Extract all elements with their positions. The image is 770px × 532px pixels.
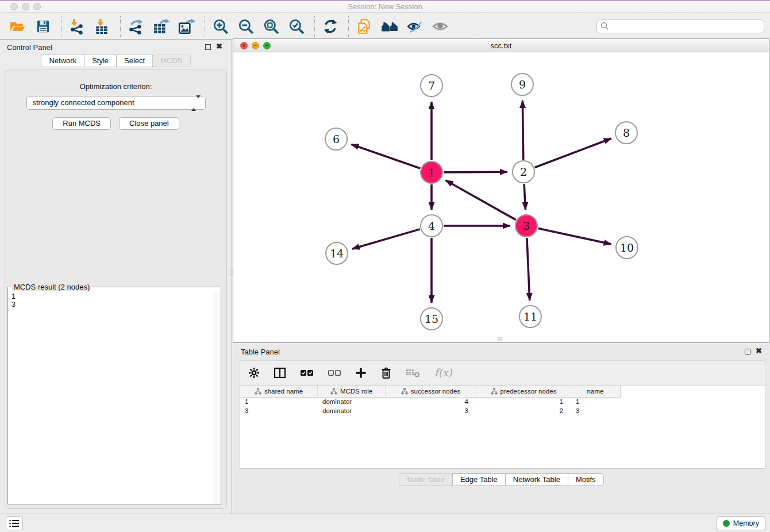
toolbar-separator bbox=[61, 16, 61, 37]
new-network-from-selection-button[interactable] bbox=[355, 17, 374, 36]
select-all-columns-button[interactable] bbox=[300, 369, 314, 377]
graph-node-9[interactable]: 9 bbox=[511, 73, 534, 96]
graph-node-1[interactable]: 1 bbox=[420, 161, 443, 184]
network-view-window: × − + scc.txt 7968124314101511 bbox=[233, 38, 769, 343]
canvas-resize-handle[interactable] bbox=[498, 337, 502, 341]
window-title: Session: New Session bbox=[0, 1, 770, 13]
window-titlebar: Session: New Session bbox=[0, 1, 770, 13]
mcds-result-text[interactable]: 1 3 bbox=[8, 291, 214, 504]
window-close-button[interactable] bbox=[10, 3, 18, 10]
tab-mcds[interactable]: MCDS bbox=[152, 55, 190, 67]
table-panel-close-button[interactable]: ✖ bbox=[756, 346, 762, 356]
graph-node-11[interactable]: 11 bbox=[519, 305, 542, 328]
export-network-icon bbox=[128, 18, 145, 34]
zoom-in-button[interactable] bbox=[211, 17, 230, 36]
delete-table-button[interactable] bbox=[406, 368, 421, 378]
zoom-selected-button[interactable] bbox=[287, 17, 306, 36]
graph-node-14[interactable]: 14 bbox=[325, 242, 348, 265]
add-column-button[interactable] bbox=[355, 367, 367, 379]
graph-node-10[interactable]: 10 bbox=[615, 236, 638, 259]
table-row[interactable]: 3dominator323 bbox=[240, 407, 765, 416]
close-panel-button[interactable]: Close panel bbox=[119, 117, 179, 130]
memory-status-dot bbox=[723, 520, 730, 527]
graph-node-3[interactable]: 3 bbox=[515, 214, 538, 237]
graph-node-7[interactable]: 7 bbox=[420, 74, 443, 97]
graph-edge-1-2[interactable] bbox=[444, 172, 507, 172]
trash-icon bbox=[380, 367, 392, 379]
export-image-button[interactable] bbox=[177, 17, 197, 36]
function-builder-button[interactable]: f(x) bbox=[434, 367, 452, 379]
network-overview-button[interactable] bbox=[380, 17, 399, 36]
table-cell: 3 bbox=[240, 407, 318, 416]
graph-edge-4-14[interactable] bbox=[352, 229, 420, 249]
tab-network[interactable]: Network bbox=[41, 55, 84, 67]
zoom-fit-button[interactable] bbox=[261, 17, 281, 36]
table-cell: 1 bbox=[476, 398, 571, 407]
column-header-MCDS-role[interactable]: MCDS role bbox=[318, 385, 386, 397]
apply-layout-button[interactable] bbox=[321, 17, 340, 36]
table-panel-float-button[interactable] bbox=[745, 349, 750, 354]
import-table-button[interactable] bbox=[93, 17, 112, 36]
optimization-criterion-select[interactable]: strongly connected component bbox=[26, 96, 206, 110]
table-settings-button[interactable] bbox=[248, 367, 260, 379]
tab-select[interactable]: Select bbox=[116, 55, 153, 67]
graph-edge-2-9[interactable] bbox=[522, 101, 523, 160]
save-session-button[interactable] bbox=[33, 17, 53, 36]
tab-node-table[interactable]: Node Table bbox=[399, 473, 453, 486]
tab-network-table[interactable]: Network Table bbox=[505, 473, 568, 486]
hide-graphics-details-button[interactable] bbox=[405, 17, 425, 36]
tab-edge-table[interactable]: Edge Table bbox=[452, 473, 506, 486]
window-minimize-button[interactable] bbox=[22, 3, 29, 10]
show-graphics-details-button[interactable] bbox=[430, 17, 450, 36]
export-table-button[interactable] bbox=[152, 17, 171, 36]
copy-network-icon bbox=[356, 18, 372, 35]
deselect-all-columns-button[interactable] bbox=[328, 369, 341, 377]
open-session-button[interactable] bbox=[8, 17, 28, 36]
graph-edge-2-8[interactable] bbox=[535, 138, 611, 168]
eye-icon bbox=[432, 19, 449, 34]
graph-node-2[interactable]: 2 bbox=[512, 160, 535, 183]
table-panel-tabs: Node TableEdge TableNetwork TableMotifs bbox=[233, 473, 770, 486]
graph-node-8[interactable]: 8 bbox=[615, 121, 638, 144]
select-chevrons-icon bbox=[191, 98, 201, 109]
graph-node-6[interactable]: 6 bbox=[325, 128, 348, 151]
search-input[interactable] bbox=[596, 20, 764, 33]
graph-node-15[interactable]: 15 bbox=[420, 307, 443, 330]
export-network-button[interactable] bbox=[126, 17, 146, 36]
tab-style[interactable]: Style bbox=[84, 55, 117, 67]
graph-node-4[interactable]: 4 bbox=[420, 214, 443, 237]
column-header-shared-name[interactable]: shared name bbox=[240, 385, 318, 397]
control-panel-title: Control Panel bbox=[7, 43, 52, 52]
column-header-name[interactable]: name bbox=[571, 385, 619, 397]
graph-edge-3-11[interactable] bbox=[527, 238, 530, 300]
column-header-successor-nodes[interactable]: successor nodes bbox=[386, 385, 476, 397]
zoom-out-icon bbox=[238, 18, 254, 34]
hierarchy-icon bbox=[491, 388, 498, 395]
split-columns-button[interactable] bbox=[274, 367, 286, 379]
main-toolbar bbox=[0, 13, 770, 40]
result-scrollbar[interactable] bbox=[214, 291, 221, 504]
delete-column-button[interactable] bbox=[380, 367, 392, 379]
hierarchy-icon bbox=[255, 388, 261, 395]
network-canvas[interactable]: 7968124314101511 bbox=[233, 52, 769, 342]
table-row[interactable]: 1dominator411 bbox=[240, 398, 765, 407]
window-zoom-button[interactable] bbox=[33, 3, 41, 10]
network-close-button[interactable]: × bbox=[240, 42, 248, 49]
graph-edge-1-6[interactable] bbox=[351, 144, 420, 168]
network-minimize-button[interactable]: − bbox=[252, 42, 259, 49]
zoom-out-button[interactable] bbox=[236, 17, 256, 36]
task-history-button[interactable] bbox=[6, 516, 23, 530]
graph-edge-3-10[interactable] bbox=[538, 228, 611, 244]
column-header-predecessor-nodes[interactable]: predecessor nodes bbox=[476, 385, 571, 397]
control-panel-float-button[interactable] bbox=[205, 44, 211, 50]
memory-button[interactable]: Memory bbox=[717, 516, 765, 530]
import-network-button[interactable] bbox=[67, 17, 87, 36]
network-maximize-button[interactable]: + bbox=[263, 42, 271, 49]
control-panel-close-button[interactable]: ✖ bbox=[216, 42, 222, 51]
eye-slash-icon bbox=[406, 19, 424, 34]
tab-motifs[interactable]: Motifs bbox=[568, 473, 604, 486]
run-mcds-button[interactable]: Run MCDS bbox=[52, 117, 111, 130]
graph-edge-3-1[interactable] bbox=[445, 180, 515, 220]
unchecked-boxes-icon bbox=[328, 369, 341, 377]
graph-edge-2-3[interactable] bbox=[524, 184, 525, 210]
